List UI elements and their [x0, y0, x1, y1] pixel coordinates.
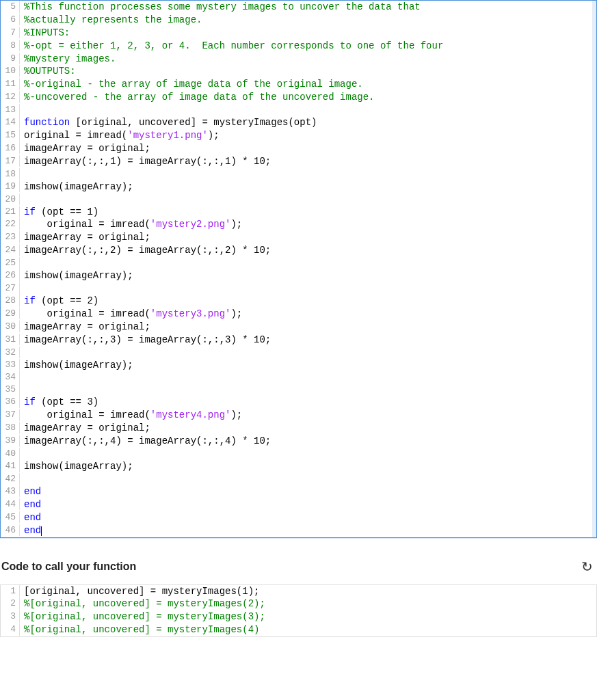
editor-line[interactable]: 23imageArray = original; — [1, 231, 596, 244]
editor-line[interactable]: 12%-uncovered - the array of image data … — [1, 91, 596, 104]
code-content[interactable]: end — [20, 511, 596, 524]
code-content[interactable]: imageArray = original; — [20, 321, 596, 334]
code-content[interactable]: %This function processes some mystery im… — [20, 1, 596, 14]
function-code-editor[interactable]: 5%This function processes some mystery i… — [0, 0, 597, 538]
code-content[interactable]: %actually represents the image. — [20, 14, 596, 27]
code-content[interactable]: imageArray(:,:,2) = imageArray(:,:,2) * … — [20, 244, 596, 257]
line-number: 14 — [1, 116, 20, 129]
reset-icon[interactable]: ↻ — [581, 558, 596, 575]
editor-line[interactable]: 29 original = imread('mystery3.png'); — [1, 308, 596, 321]
code-content[interactable]: original = imread('mystery2.png'); — [20, 218, 596, 231]
call-code-editor[interactable]: 1[original, uncovered] = mysteryImages(1… — [0, 584, 597, 638]
editor-line[interactable]: 9%mystery images. — [1, 53, 596, 66]
editor-line[interactable]: 17imageArray(:,:,1) = imageArray(:,:,1) … — [1, 155, 596, 168]
code-content[interactable]: %OUTPUTS: — [20, 65, 596, 78]
editor-line[interactable]: 25 — [1, 257, 596, 269]
editor-line[interactable]: 33imshow(imageArray); — [1, 359, 596, 372]
line-number: 24 — [1, 244, 20, 256]
editor-line[interactable]: 26imshow(imageArray); — [1, 269, 596, 282]
editor-line[interactable]: 44end — [1, 498, 596, 511]
editor-line[interactable]: 21if (opt == 1) — [1, 206, 596, 219]
editor-line[interactable]: 36if (opt == 3) — [1, 396, 596, 409]
code-content[interactable]: function [original, uncovered] = mystery… — [20, 116, 596, 129]
code-content[interactable]: end — [20, 524, 596, 537]
code-content[interactable]: if (opt == 2) — [20, 295, 596, 308]
editor-line[interactable]: 43end — [1, 485, 596, 498]
editor-line[interactable]: 30imageArray = original; — [1, 321, 596, 334]
code-content[interactable]: original = imread('mystery4.png'); — [20, 409, 596, 422]
code-content[interactable]: %INPUTS: — [20, 27, 596, 40]
editor-line[interactable]: 40 — [1, 448, 596, 460]
code-content[interactable]: imshow(imageArray); — [20, 269, 596, 282]
call-line[interactable]: 1[original, uncovered] = mysteryImages(1… — [1, 585, 596, 598]
code-content[interactable]: end — [20, 485, 596, 498]
code-content[interactable]: imageArray = original; — [20, 142, 596, 155]
line-number: 18 — [1, 168, 20, 180]
editor-line[interactable]: 28if (opt == 2) — [1, 295, 596, 308]
code-content[interactable]: imshow(imageArray); — [20, 460, 596, 473]
editor-line[interactable]: 13 — [1, 104, 596, 116]
code-content[interactable]: end — [20, 498, 596, 511]
code-content[interactable]: if (opt == 1) — [20, 206, 596, 219]
call-line[interactable]: 3%[original, uncovered] = mysteryImages(… — [1, 610, 596, 623]
editor-line[interactable]: 32 — [1, 347, 596, 359]
editor-line[interactable]: 38imageArray = original; — [1, 422, 596, 435]
code-content[interactable]: %-original - the array of image data of … — [20, 78, 596, 91]
editor-line[interactable]: 45end — [1, 511, 596, 524]
code-content[interactable]: %-opt = either 1, 2, 3, or 4. Each numbe… — [20, 40, 596, 53]
editor-line[interactable]: 14function [original, uncovered] = myste… — [1, 116, 596, 129]
editor-line[interactable]: 39imageArray(:,:,4) = imageArray(:,:,4) … — [1, 435, 596, 448]
code-token: 'mystery4.png' — [150, 409, 231, 420]
code-token: ); — [230, 409, 242, 420]
code-content[interactable]: [original, uncovered] = mysteryImages(1)… — [20, 585, 596, 598]
code-content[interactable]: imshow(imageArray); — [20, 180, 596, 193]
editor-line[interactable]: 46end — [1, 524, 596, 537]
editor-line[interactable]: 11%-original - the array of image data o… — [1, 78, 596, 91]
code-content[interactable]: imageArray(:,:,3) = imageArray(:,:,3) * … — [20, 334, 596, 347]
code-content[interactable]: %mystery images. — [20, 53, 596, 66]
line-number: 26 — [1, 269, 20, 282]
code-content[interactable]: original = imread('mystery3.png'); — [20, 308, 596, 321]
line-number: 27 — [1, 282, 20, 295]
code-content[interactable]: imshow(imageArray); — [20, 359, 596, 372]
editor-line[interactable]: 8%-opt = either 1, 2, 3, or 4. Each numb… — [1, 40, 596, 53]
editor-line[interactable]: 37 original = imread('mystery4.png'); — [1, 409, 596, 422]
editor-line[interactable]: 35 — [1, 383, 596, 396]
editor-line[interactable]: 20 — [1, 193, 596, 206]
code-token: imageArray = original; — [24, 232, 150, 243]
code-content[interactable]: imageArray = original; — [20, 422, 596, 435]
editor-line[interactable]: 31imageArray(:,:,3) = imageArray(:,:,3) … — [1, 334, 596, 347]
code-content[interactable]: %[original, uncovered] = mysteryImages(2… — [20, 597, 596, 610]
code-content[interactable]: %[original, uncovered] = mysteryImages(3… — [20, 610, 596, 623]
code-content[interactable]: original = imread('mystery1.png'); — [20, 129, 596, 142]
code-content[interactable]: imageArray = original; — [20, 231, 596, 244]
code-token: imageArray(:,:,2) = imageArray(:,:,2) * … — [24, 245, 271, 256]
editor-line[interactable]: 10%OUTPUTS: — [1, 65, 596, 78]
editor-line[interactable]: 24imageArray(:,:,2) = imageArray(:,:,2) … — [1, 244, 596, 257]
editor-line[interactable]: 7%INPUTS: — [1, 27, 596, 40]
code-token: (opt == 3) — [36, 396, 98, 407]
editor-line[interactable]: 34 — [1, 371, 596, 383]
call-line[interactable]: 4%[original, uncovered] = mysteryImages(… — [1, 623, 596, 636]
code-token: ); — [230, 308, 242, 319]
code-content[interactable]: %[original, uncovered] = mysteryImages(4… — [20, 623, 596, 636]
editor-line[interactable]: 18 — [1, 168, 596, 180]
editor-line[interactable]: 41imshow(imageArray); — [1, 460, 596, 473]
editor-line[interactable]: 15original = imread('mystery1.png'); — [1, 129, 596, 142]
editor-line[interactable]: 19imshow(imageArray); — [1, 180, 596, 193]
code-token: end — [24, 525, 41, 536]
code-content[interactable]: %-uncovered - the array of image data of… — [20, 91, 596, 104]
call-line[interactable]: 2%[original, uncovered] = mysteryImages(… — [1, 597, 596, 610]
editor-line[interactable]: 5%This function processes some mystery i… — [1, 1, 596, 14]
editor-line[interactable]: 27 — [1, 282, 596, 295]
line-number: 5 — [1, 1, 20, 13]
line-number: 37 — [1, 409, 20, 421]
editor-line[interactable]: 22 original = imread('mystery2.png'); — [1, 218, 596, 231]
editor-line[interactable]: 16imageArray = original; — [1, 142, 596, 155]
code-content[interactable]: imageArray(:,:,4) = imageArray(:,:,4) * … — [20, 435, 596, 448]
code-content[interactable]: if (opt == 3) — [20, 396, 596, 409]
code-content[interactable]: imageArray(:,:,1) = imageArray(:,:,1) * … — [20, 155, 596, 168]
line-number: 46 — [1, 524, 20, 537]
editor-line[interactable]: 6%actually represents the image. — [1, 14, 596, 27]
editor-line[interactable]: 42 — [1, 473, 596, 485]
